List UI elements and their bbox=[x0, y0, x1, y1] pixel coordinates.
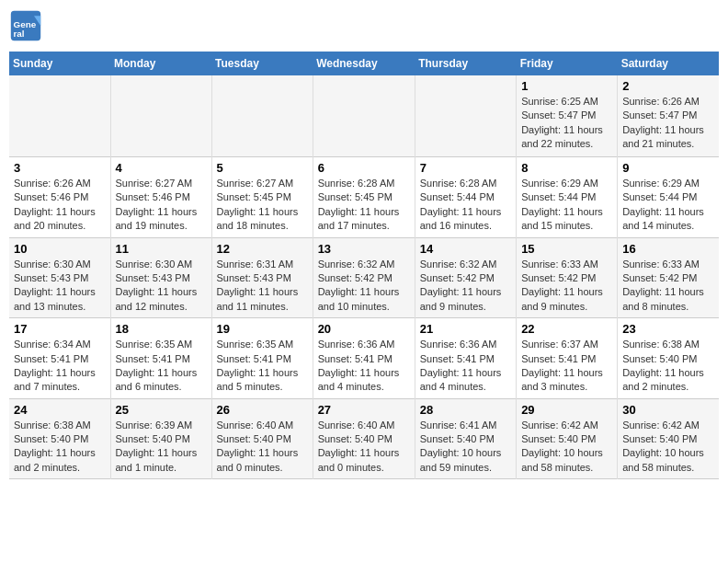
day-cell: 19Sunrise: 6:35 AM Sunset: 5:41 PM Dayli… bbox=[211, 318, 313, 399]
day-info: Sunrise: 6:32 AM Sunset: 5:42 PM Dayligh… bbox=[318, 258, 410, 315]
day-number: 15 bbox=[521, 242, 612, 256]
day-number: 12 bbox=[217, 242, 308, 256]
day-info: Sunrise: 6:41 AM Sunset: 5:40 PM Dayligh… bbox=[420, 419, 511, 476]
day-number: 29 bbox=[521, 403, 612, 417]
day-cell: 9Sunrise: 6:29 AM Sunset: 5:44 PM Daylig… bbox=[618, 157, 719, 238]
day-cell bbox=[9, 75, 110, 157]
day-number: 27 bbox=[318, 403, 410, 417]
day-cell: 11Sunrise: 6:30 AM Sunset: 5:43 PM Dayli… bbox=[110, 237, 211, 318]
day-number: 21 bbox=[420, 322, 511, 336]
day-info: Sunrise: 6:42 AM Sunset: 5:40 PM Dayligh… bbox=[622, 419, 714, 476]
svg-text:ral: ral bbox=[14, 29, 25, 39]
header-sunday: Sunday bbox=[9, 52, 110, 75]
day-number: 6 bbox=[318, 161, 410, 175]
day-info: Sunrise: 6:28 AM Sunset: 5:44 PM Dayligh… bbox=[420, 177, 511, 234]
day-number: 10 bbox=[14, 242, 106, 256]
day-cell: 25Sunrise: 6:39 AM Sunset: 5:40 PM Dayli… bbox=[110, 398, 211, 479]
day-cell: 4Sunrise: 6:27 AM Sunset: 5:46 PM Daylig… bbox=[110, 157, 211, 238]
day-cell: 8Sunrise: 6:29 AM Sunset: 5:44 PM Daylig… bbox=[517, 157, 618, 238]
day-info: Sunrise: 6:26 AM Sunset: 5:47 PM Dayligh… bbox=[622, 95, 714, 152]
day-cell: 21Sunrise: 6:36 AM Sunset: 5:41 PM Dayli… bbox=[415, 318, 516, 399]
day-number: 20 bbox=[318, 322, 410, 336]
day-cell: 20Sunrise: 6:36 AM Sunset: 5:41 PM Dayli… bbox=[313, 318, 415, 399]
day-cell: 26Sunrise: 6:40 AM Sunset: 5:40 PM Dayli… bbox=[211, 398, 313, 479]
day-number: 3 bbox=[14, 161, 106, 175]
day-cell: 5Sunrise: 6:27 AM Sunset: 5:45 PM Daylig… bbox=[211, 157, 313, 238]
day-info: Sunrise: 6:32 AM Sunset: 5:42 PM Dayligh… bbox=[420, 258, 511, 315]
day-cell bbox=[211, 75, 313, 157]
day-cell: 22Sunrise: 6:37 AM Sunset: 5:41 PM Dayli… bbox=[517, 318, 618, 399]
day-number: 30 bbox=[622, 403, 714, 417]
day-info: Sunrise: 6:39 AM Sunset: 5:40 PM Dayligh… bbox=[116, 419, 207, 476]
day-info: Sunrise: 6:35 AM Sunset: 5:41 PM Dayligh… bbox=[217, 338, 308, 395]
day-cell: 10Sunrise: 6:30 AM Sunset: 5:43 PM Dayli… bbox=[9, 237, 110, 318]
day-info: Sunrise: 6:27 AM Sunset: 5:46 PM Dayligh… bbox=[116, 177, 207, 234]
day-number: 2 bbox=[622, 79, 714, 93]
day-cell: 6Sunrise: 6:28 AM Sunset: 5:45 PM Daylig… bbox=[313, 157, 415, 238]
day-cell: 28Sunrise: 6:41 AM Sunset: 5:40 PM Dayli… bbox=[415, 398, 516, 479]
day-info: Sunrise: 6:25 AM Sunset: 5:47 PM Dayligh… bbox=[521, 95, 612, 152]
day-number: 24 bbox=[14, 403, 106, 417]
logo: Gene ral bbox=[9, 9, 46, 42]
day-info: Sunrise: 6:42 AM Sunset: 5:40 PM Dayligh… bbox=[521, 419, 612, 476]
day-number: 8 bbox=[521, 161, 612, 175]
day-cell: 24Sunrise: 6:38 AM Sunset: 5:40 PM Dayli… bbox=[9, 398, 110, 479]
day-number: 5 bbox=[217, 161, 308, 175]
day-cell: 15Sunrise: 6:33 AM Sunset: 5:42 PM Dayli… bbox=[517, 237, 618, 318]
day-info: Sunrise: 6:36 AM Sunset: 5:41 PM Dayligh… bbox=[318, 338, 410, 395]
day-cell bbox=[110, 75, 211, 157]
day-number: 9 bbox=[622, 161, 714, 175]
header-friday: Friday bbox=[517, 52, 618, 75]
day-info: Sunrise: 6:33 AM Sunset: 5:42 PM Dayligh… bbox=[622, 258, 714, 315]
header-monday: Monday bbox=[110, 52, 211, 75]
day-cell: 14Sunrise: 6:32 AM Sunset: 5:42 PM Dayli… bbox=[415, 237, 516, 318]
week-row: 1Sunrise: 6:25 AM Sunset: 5:47 PM Daylig… bbox=[9, 75, 719, 157]
day-info: Sunrise: 6:30 AM Sunset: 5:43 PM Dayligh… bbox=[14, 258, 106, 315]
day-cell: 29Sunrise: 6:42 AM Sunset: 5:40 PM Dayli… bbox=[517, 398, 618, 479]
header-row: SundayMondayTuesdayWednesdayThursdayFrid… bbox=[9, 52, 719, 75]
day-cell: 7Sunrise: 6:28 AM Sunset: 5:44 PM Daylig… bbox=[415, 157, 516, 238]
header-saturday: Saturday bbox=[618, 52, 719, 75]
calendar-table: SundayMondayTuesdayWednesdayThursdayFrid… bbox=[9, 52, 719, 479]
day-number: 19 bbox=[217, 322, 308, 336]
day-number: 22 bbox=[521, 322, 612, 336]
day-number: 23 bbox=[622, 322, 714, 336]
day-info: Sunrise: 6:31 AM Sunset: 5:43 PM Dayligh… bbox=[217, 258, 308, 315]
day-number: 7 bbox=[420, 161, 511, 175]
day-number: 14 bbox=[420, 242, 511, 256]
day-number: 18 bbox=[116, 322, 207, 336]
day-cell bbox=[415, 75, 516, 157]
day-info: Sunrise: 6:27 AM Sunset: 5:45 PM Dayligh… bbox=[217, 177, 308, 234]
day-cell bbox=[313, 75, 415, 157]
day-info: Sunrise: 6:40 AM Sunset: 5:40 PM Dayligh… bbox=[217, 419, 308, 476]
day-number: 28 bbox=[420, 403, 511, 417]
day-cell: 17Sunrise: 6:34 AM Sunset: 5:41 PM Dayli… bbox=[9, 318, 110, 399]
logo-icon: Gene ral bbox=[9, 9, 42, 42]
day-number: 13 bbox=[318, 242, 410, 256]
week-row: 3Sunrise: 6:26 AM Sunset: 5:46 PM Daylig… bbox=[9, 157, 719, 238]
day-cell: 30Sunrise: 6:42 AM Sunset: 5:40 PM Dayli… bbox=[618, 398, 719, 479]
week-row: 10Sunrise: 6:30 AM Sunset: 5:43 PM Dayli… bbox=[9, 237, 719, 318]
day-number: 16 bbox=[622, 242, 714, 256]
day-info: Sunrise: 6:26 AM Sunset: 5:46 PM Dayligh… bbox=[14, 177, 106, 234]
day-info: Sunrise: 6:38 AM Sunset: 5:40 PM Dayligh… bbox=[14, 419, 106, 476]
day-info: Sunrise: 6:33 AM Sunset: 5:42 PM Dayligh… bbox=[521, 258, 612, 315]
day-info: Sunrise: 6:28 AM Sunset: 5:45 PM Dayligh… bbox=[318, 177, 410, 234]
day-info: Sunrise: 6:37 AM Sunset: 5:41 PM Dayligh… bbox=[521, 338, 612, 395]
day-cell: 12Sunrise: 6:31 AM Sunset: 5:43 PM Dayli… bbox=[211, 237, 313, 318]
day-info: Sunrise: 6:29 AM Sunset: 5:44 PM Dayligh… bbox=[521, 177, 612, 234]
week-row: 24Sunrise: 6:38 AM Sunset: 5:40 PM Dayli… bbox=[9, 398, 719, 479]
day-number: 11 bbox=[116, 242, 207, 256]
day-number: 4 bbox=[116, 161, 207, 175]
header-thursday: Thursday bbox=[415, 52, 516, 75]
day-number: 17 bbox=[14, 322, 106, 336]
day-cell: 16Sunrise: 6:33 AM Sunset: 5:42 PM Dayli… bbox=[618, 237, 719, 318]
day-cell: 23Sunrise: 6:38 AM Sunset: 5:40 PM Dayli… bbox=[618, 318, 719, 399]
day-info: Sunrise: 6:38 AM Sunset: 5:40 PM Dayligh… bbox=[622, 338, 714, 395]
day-cell: 2Sunrise: 6:26 AM Sunset: 5:47 PM Daylig… bbox=[618, 75, 719, 157]
day-number: 25 bbox=[116, 403, 207, 417]
day-cell: 13Sunrise: 6:32 AM Sunset: 5:42 PM Dayli… bbox=[313, 237, 415, 318]
day-info: Sunrise: 6:34 AM Sunset: 5:41 PM Dayligh… bbox=[14, 338, 106, 395]
day-info: Sunrise: 6:40 AM Sunset: 5:40 PM Dayligh… bbox=[318, 419, 410, 476]
page-header: Gene ral bbox=[9, 9, 719, 42]
